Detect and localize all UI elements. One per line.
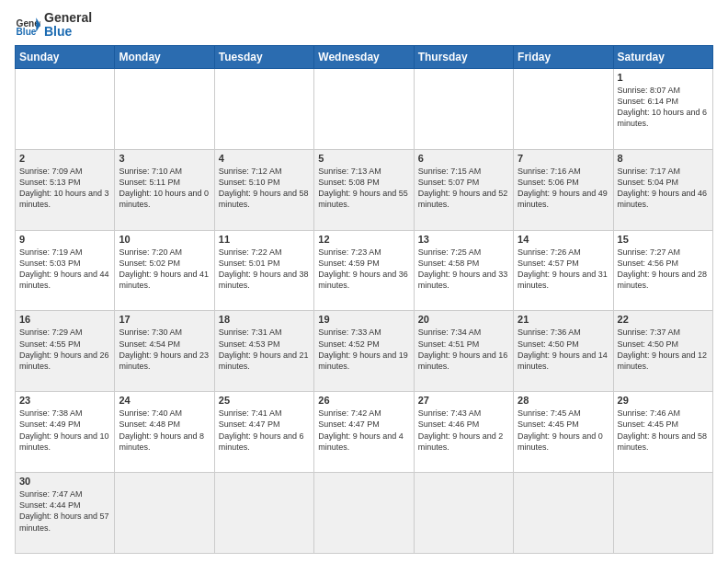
day-info: Sunrise: 7:43 AM Sunset: 4:46 PM Dayligh… <box>418 408 509 453</box>
day-number: 5 <box>318 153 409 164</box>
calendar-cell: 23Sunrise: 7:38 AM Sunset: 4:49 PM Dayli… <box>16 392 115 473</box>
day-number: 17 <box>119 314 210 325</box>
day-number: 9 <box>19 234 110 245</box>
day-number: 20 <box>418 314 509 325</box>
day-info: Sunrise: 7:10 AM Sunset: 5:11 PM Dayligh… <box>119 166 210 211</box>
calendar-cell: 13Sunrise: 7:25 AM Sunset: 4:58 PM Dayli… <box>414 230 513 311</box>
day-info: Sunrise: 7:15 AM Sunset: 5:07 PM Dayligh… <box>418 166 509 211</box>
day-number: 23 <box>19 395 110 406</box>
calendar-cell <box>514 68 613 149</box>
weekday-header-saturday: Saturday <box>613 45 712 68</box>
calendar-cell: 6Sunrise: 7:15 AM Sunset: 5:07 PM Daylig… <box>414 149 513 230</box>
day-info: Sunrise: 7:40 AM Sunset: 4:48 PM Dayligh… <box>119 408 210 453</box>
calendar-cell: 24Sunrise: 7:40 AM Sunset: 4:48 PM Dayli… <box>115 392 214 473</box>
day-number: 10 <box>119 234 210 245</box>
calendar-week-6: 30Sunrise: 7:47 AM Sunset: 4:44 PM Dayli… <box>16 473 713 554</box>
weekday-header-friday: Friday <box>514 45 613 68</box>
day-number: 4 <box>219 153 310 164</box>
calendar-cell: 25Sunrise: 7:41 AM Sunset: 4:47 PM Dayli… <box>214 392 313 473</box>
day-number: 15 <box>618 234 709 245</box>
day-info: Sunrise: 7:42 AM Sunset: 4:47 PM Dayligh… <box>318 408 409 453</box>
day-info: Sunrise: 7:17 AM Sunset: 5:04 PM Dayligh… <box>618 166 709 211</box>
calendar-cell <box>314 68 414 149</box>
calendar-cell <box>214 68 313 149</box>
day-number: 26 <box>318 395 409 406</box>
day-info: Sunrise: 7:30 AM Sunset: 4:54 PM Dayligh… <box>119 327 210 372</box>
day-info: Sunrise: 7:47 AM Sunset: 4:44 PM Dayligh… <box>19 488 110 534</box>
calendar-cell <box>414 473 513 554</box>
day-number: 11 <box>219 234 310 245</box>
calendar-cell <box>115 68 214 149</box>
calendar-cell <box>414 68 513 149</box>
calendar-cell: 26Sunrise: 7:42 AM Sunset: 4:47 PM Dayli… <box>314 392 414 473</box>
calendar-cell: 1Sunrise: 8:07 AM Sunset: 6:14 PM Daylig… <box>613 68 712 149</box>
day-info: Sunrise: 7:31 AM Sunset: 4:53 PM Dayligh… <box>219 327 310 372</box>
calendar-cell: 8Sunrise: 7:17 AM Sunset: 5:04 PM Daylig… <box>613 149 712 230</box>
day-info: Sunrise: 7:13 AM Sunset: 5:08 PM Dayligh… <box>318 166 409 211</box>
calendar-cell: 10Sunrise: 7:20 AM Sunset: 5:02 PM Dayli… <box>115 230 214 311</box>
day-number: 14 <box>518 234 609 245</box>
day-info: Sunrise: 7:41 AM Sunset: 4:47 PM Dayligh… <box>219 408 310 453</box>
calendar-cell <box>613 473 712 554</box>
day-number: 27 <box>418 395 509 406</box>
calendar-cell <box>514 473 613 554</box>
day-info: Sunrise: 7:29 AM Sunset: 4:55 PM Dayligh… <box>19 327 110 372</box>
calendar-cell: 17Sunrise: 7:30 AM Sunset: 4:54 PM Dayli… <box>115 311 214 392</box>
day-info: Sunrise: 7:34 AM Sunset: 4:51 PM Dayligh… <box>418 327 509 372</box>
day-info: Sunrise: 7:38 AM Sunset: 4:49 PM Dayligh… <box>19 408 110 453</box>
page-header: General Blue General Blue <box>15 11 713 40</box>
day-number: 25 <box>219 395 310 406</box>
day-number: 8 <box>618 153 709 164</box>
day-info: Sunrise: 7:19 AM Sunset: 5:03 PM Dayligh… <box>19 247 110 292</box>
day-info: Sunrise: 7:20 AM Sunset: 5:02 PM Dayligh… <box>119 247 210 292</box>
calendar-week-2: 2Sunrise: 7:09 AM Sunset: 5:13 PM Daylig… <box>16 149 713 230</box>
calendar-cell: 7Sunrise: 7:16 AM Sunset: 5:06 PM Daylig… <box>514 149 613 230</box>
svg-text:Blue: Blue <box>17 27 37 37</box>
day-number: 21 <box>518 314 609 325</box>
day-number: 12 <box>318 234 409 245</box>
calendar-table: SundayMondayTuesdayWednesdayThursdayFrid… <box>15 45 713 554</box>
weekday-header-thursday: Thursday <box>414 45 513 68</box>
day-info: Sunrise: 7:23 AM Sunset: 4:59 PM Dayligh… <box>318 247 409 292</box>
calendar-cell: 14Sunrise: 7:26 AM Sunset: 4:57 PM Dayli… <box>514 230 613 311</box>
day-number: 19 <box>318 314 409 325</box>
day-number: 1 <box>618 72 709 83</box>
calendar-cell: 18Sunrise: 7:31 AM Sunset: 4:53 PM Dayli… <box>214 311 313 392</box>
day-info: Sunrise: 8:07 AM Sunset: 6:14 PM Dayligh… <box>618 85 709 130</box>
day-number: 13 <box>418 234 509 245</box>
weekday-header-monday: Monday <box>115 45 214 68</box>
day-info: Sunrise: 7:09 AM Sunset: 5:13 PM Dayligh… <box>19 166 110 211</box>
calendar-cell: 5Sunrise: 7:13 AM Sunset: 5:08 PM Daylig… <box>314 149 414 230</box>
calendar-cell: 12Sunrise: 7:23 AM Sunset: 4:59 PM Dayli… <box>314 230 414 311</box>
calendar-cell: 9Sunrise: 7:19 AM Sunset: 5:03 PM Daylig… <box>16 230 115 311</box>
calendar-cell: 16Sunrise: 7:29 AM Sunset: 4:55 PM Dayli… <box>16 311 115 392</box>
day-number: 3 <box>119 153 210 164</box>
day-number: 2 <box>19 153 110 164</box>
day-info: Sunrise: 7:37 AM Sunset: 4:50 PM Dayligh… <box>618 327 709 372</box>
day-info: Sunrise: 7:26 AM Sunset: 4:57 PM Dayligh… <box>518 247 609 292</box>
calendar-cell <box>115 473 214 554</box>
calendar-cell <box>214 473 313 554</box>
calendar-cell: 19Sunrise: 7:33 AM Sunset: 4:52 PM Dayli… <box>314 311 414 392</box>
weekday-header-row: SundayMondayTuesdayWednesdayThursdayFrid… <box>16 45 713 68</box>
calendar-week-5: 23Sunrise: 7:38 AM Sunset: 4:49 PM Dayli… <box>16 392 713 473</box>
day-number: 16 <box>19 314 110 325</box>
weekday-header-tuesday: Tuesday <box>214 45 313 68</box>
day-info: Sunrise: 7:25 AM Sunset: 4:58 PM Dayligh… <box>418 247 509 292</box>
calendar-cell: 28Sunrise: 7:45 AM Sunset: 4:45 PM Dayli… <box>514 392 613 473</box>
calendar-cell: 4Sunrise: 7:12 AM Sunset: 5:10 PM Daylig… <box>214 149 313 230</box>
logo-icon: General Blue <box>15 12 40 38</box>
logo-general: General <box>44 11 92 25</box>
calendar-week-1: 1Sunrise: 8:07 AM Sunset: 6:14 PM Daylig… <box>16 68 713 149</box>
logo: General Blue General Blue <box>15 11 92 40</box>
calendar-cell: 2Sunrise: 7:09 AM Sunset: 5:13 PM Daylig… <box>16 149 115 230</box>
calendar-cell <box>16 68 115 149</box>
calendar-cell: 22Sunrise: 7:37 AM Sunset: 4:50 PM Dayli… <box>613 311 712 392</box>
day-number: 18 <box>219 314 310 325</box>
day-number: 7 <box>518 153 609 164</box>
day-info: Sunrise: 7:36 AM Sunset: 4:50 PM Dayligh… <box>518 327 609 372</box>
day-number: 30 <box>19 476 110 487</box>
calendar-cell: 20Sunrise: 7:34 AM Sunset: 4:51 PM Dayli… <box>414 311 513 392</box>
calendar-cell: 27Sunrise: 7:43 AM Sunset: 4:46 PM Dayli… <box>414 392 513 473</box>
day-number: 24 <box>119 395 210 406</box>
